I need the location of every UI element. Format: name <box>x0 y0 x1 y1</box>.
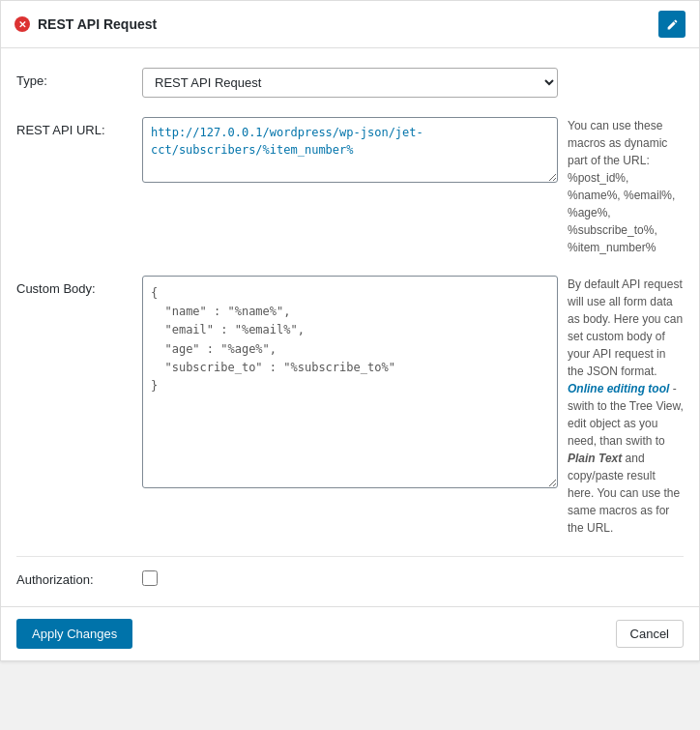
body-hint-before: By default API request will use all form… <box>568 277 683 378</box>
plain-text-label: Plain Text <box>568 452 622 465</box>
panel-footer: Apply Changes Cancel <box>1 606 699 660</box>
apply-changes-button[interactable]: Apply Changes <box>16 619 132 649</box>
auth-checkbox-wrap <box>142 567 158 586</box>
body-textarea[interactable]: { "name" : "%name%", "email" : "%email%"… <box>142 276 558 488</box>
auth-checkbox[interactable] <box>142 570 158 586</box>
auth-control-wrap <box>142 567 684 586</box>
body-label: Custom Body: <box>16 276 142 296</box>
type-control-wrap: REST API Request POST Request GET Reques… <box>142 68 684 98</box>
close-icon[interactable]: ✕ <box>15 16 30 32</box>
edit-button[interactable] <box>658 11 685 38</box>
panel-body: Type: REST API Request POST Request GET … <box>1 48 699 606</box>
url-label: REST API URL: <box>16 117 142 137</box>
auth-label: Authorization: <box>16 567 142 587</box>
type-select[interactable]: REST API Request POST Request GET Reques… <box>142 68 558 98</box>
cancel-button[interactable]: Cancel <box>616 620 684 648</box>
type-input-area: REST API Request POST Request GET Reques… <box>142 68 558 98</box>
url-textarea[interactable]: http://127.0.0.1/wordpress/wp-json/jet-c… <box>142 117 558 183</box>
url-row: REST API URL: http://127.0.0.1/wordpress… <box>16 117 684 256</box>
url-hint: You can use these macros as dynamic part… <box>568 117 684 256</box>
panel-title: REST API Request <box>38 16 157 32</box>
auth-row: Authorization: <box>16 567 684 587</box>
online-editing-link[interactable]: Online editing tool <box>568 382 669 395</box>
panel-header: ✕ REST API Request <box>1 1 699 48</box>
type-row: Type: REST API Request POST Request GET … <box>16 68 684 98</box>
body-input-area: { "name" : "%name%", "email" : "%email%"… <box>142 276 558 491</box>
divider <box>16 556 684 557</box>
url-input-area: http://127.0.0.1/wordpress/wp-json/jet-c… <box>142 117 558 186</box>
type-label: Type: <box>16 68 142 88</box>
body-hint: By default API request will use all form… <box>568 276 684 537</box>
rest-api-panel: ✕ REST API Request Type: REST API Reques… <box>0 0 700 661</box>
body-control-wrap: { "name" : "%name%", "email" : "%email%"… <box>142 276 684 537</box>
url-control-wrap: http://127.0.0.1/wordpress/wp-json/jet-c… <box>142 117 684 256</box>
body-row: Custom Body: { "name" : "%name%", "email… <box>16 276 684 537</box>
header-left: ✕ REST API Request <box>15 16 157 32</box>
pencil-icon <box>666 18 679 31</box>
